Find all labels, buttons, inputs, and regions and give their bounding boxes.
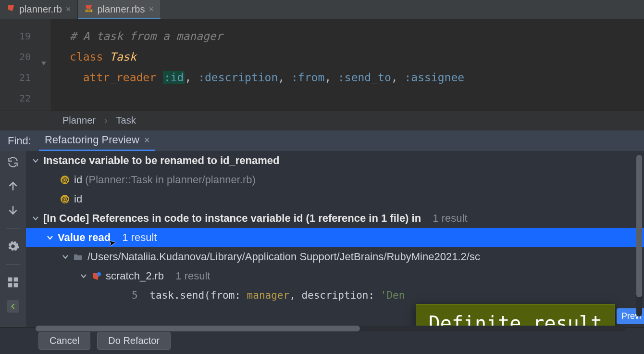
tab-label: planner.rbs [97, 4, 145, 15]
variable-name: id [74, 174, 82, 186]
svg-rect-4 [8, 278, 12, 281]
arrow-down-icon[interactable] [7, 204, 19, 216]
close-icon[interactable]: × [149, 4, 154, 14]
file-count: 1 result [175, 270, 210, 282]
section-text: [In Code] References in code to instance… [43, 212, 421, 225]
layout-icon[interactable] [7, 276, 19, 289]
chevron-down-icon[interactable] [31, 215, 40, 222]
variable-name: id [74, 193, 82, 205]
rbs-file-icon: RBS [85, 4, 93, 15]
horizontal-scrollbar[interactable] [36, 326, 626, 331]
vertical-scrollbar[interactable] [636, 155, 642, 316]
chevron-down-icon[interactable] [31, 157, 40, 164]
svg-text:RBS: RBS [87, 9, 91, 12]
breadcrumb-item[interactable]: Task [116, 115, 136, 126]
chevron-down-icon[interactable] [45, 234, 55, 241]
do-refactor-button[interactable]: Do Refactor [97, 332, 171, 350]
separator [6, 264, 20, 265]
svg-point-9 [97, 272, 101, 276]
code-area[interactable]: # A task from a manager class Task attr_… [50, 19, 464, 111]
at-icon: @ [61, 195, 69, 203]
refresh-icon[interactable] [7, 156, 19, 168]
code-keyword: attr_reader [83, 71, 156, 84]
close-icon[interactable]: × [66, 4, 71, 14]
at-icon: @ [61, 176, 69, 184]
find-tab-refactoring-preview[interactable]: Refactoring Preview × [39, 130, 156, 151]
tree-item-variable[interactable]: @ id (Planner::Task in planner/planner.r… [26, 170, 644, 190]
chevron-right-icon: › [104, 115, 108, 126]
folder-path: /Users/Nataliia.Kudanova/Library/Applica… [87, 251, 480, 263]
cancel-button[interactable]: Cancel [38, 332, 90, 350]
arrow-up-icon[interactable] [7, 180, 19, 192]
tree-heading[interactable]: Instance variable to be renamed to id_re… [26, 151, 644, 170]
tab-planner-rbs[interactable]: RBS planner.rbs × [78, 0, 161, 19]
panel-toolbar: ›› [0, 151, 26, 327]
section-count: 1 result [433, 212, 467, 225]
find-tab-label: Refactoring Preview [45, 134, 139, 146]
file-name: scratch_2.rb [106, 270, 164, 282]
back-icon[interactable] [7, 300, 19, 313]
breadcrumb-item[interactable]: Planner [62, 115, 96, 126]
svg-rect-7 [14, 283, 18, 287]
chevron-down-icon[interactable] [61, 253, 70, 260]
gutter: 19 20 21 22 [0, 19, 50, 111]
find-label: Find: [0, 135, 39, 147]
heading-text: Instance variable to be renamed to id_re… [43, 154, 280, 167]
ruby-file-icon [91, 270, 103, 282]
code-symbol-highlight: :id [163, 71, 185, 84]
code-editor[interactable]: 19 20 21 22 # A task from a manager clas… [0, 19, 644, 111]
usage-code: task.send(from: manager, description: 'D… [149, 290, 405, 301]
line-number: 22 [0, 88, 50, 109]
chevron-down-icon[interactable] [79, 273, 88, 279]
scrollbar-thumb[interactable] [636, 155, 642, 297]
usage-tree[interactable]: Instance variable to be renamed to id_re… [26, 151, 644, 327]
separator [6, 228, 20, 228]
line-number: 20 [0, 47, 50, 67]
close-icon[interactable]: × [144, 135, 150, 146]
usage-line-number: 5 [132, 290, 138, 301]
code-classname: Task [110, 51, 136, 63]
panel-footer: Cancel Do Refactor [0, 327, 644, 354]
refactoring-preview-panel: ›› Instance variable to be renamed to id… [0, 151, 644, 327]
value-read-label: Value read [58, 231, 111, 244]
tab-planner-rb[interactable]: planner.rb × [0, 0, 78, 19]
tree-item-variable[interactable]: @ id [26, 190, 644, 209]
tree-item-usage[interactable]: 5 task.send(from: manager, description: … [26, 286, 644, 305]
find-panel-header: Find: Refactoring Preview × [0, 130, 644, 151]
code-keyword: class [70, 51, 103, 63]
variable-detail: (Planner::Task in planner/planner.rb) [85, 174, 256, 186]
value-read-count: 1 result [122, 231, 157, 244]
fold-icon[interactable] [40, 54, 47, 61]
tree-item-file[interactable]: scratch_2.rb 1 result [26, 266, 644, 286]
scrollbar-thumb[interactable] [36, 326, 360, 331]
svg-rect-5 [14, 278, 18, 281]
tooltip-definite-result: Definite result [416, 304, 615, 327]
breadcrumb: Planner › Task [0, 111, 644, 130]
code-comment: # A task from a manager [70, 30, 223, 42]
tree-item-value-read[interactable]: Value read 1 result [26, 228, 644, 247]
line-number: 21 [0, 67, 50, 88]
folder-icon [73, 251, 85, 263]
editor-tabs: planner.rb × RBS planner.rbs × [0, 0, 644, 19]
tree-section-references[interactable]: [In Code] References in code to instance… [26, 209, 644, 228]
tab-label: planner.rb [19, 4, 62, 15]
ruby-file-icon [7, 4, 15, 15]
gear-icon[interactable] [7, 240, 19, 253]
svg-marker-0 [8, 5, 14, 12]
line-number: 19 [0, 26, 50, 47]
tree-item-folder[interactable]: /Users/Nataliia.Kudanova/Library/Applica… [26, 247, 644, 266]
svg-rect-6 [8, 283, 12, 287]
